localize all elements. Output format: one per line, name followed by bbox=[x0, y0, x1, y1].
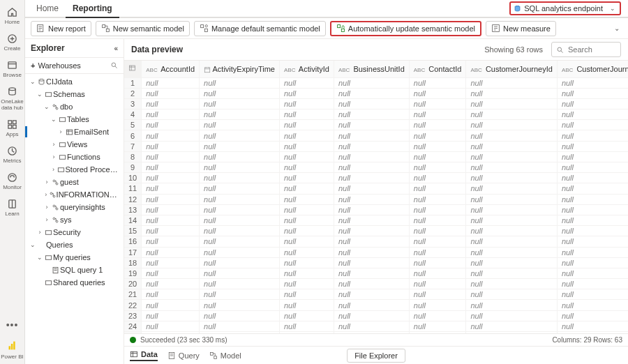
table-cell[interactable]: null bbox=[334, 162, 409, 173]
table-cell[interactable]: null bbox=[466, 257, 558, 268]
tree-tables[interactable]: ⌄Tables bbox=[25, 113, 124, 126]
table-cell[interactable]: null bbox=[279, 279, 334, 289]
table-cell[interactable]: null bbox=[409, 247, 466, 257]
data-grid[interactable]: ABC AccountId ActivityExpiryTimeABC Acti… bbox=[124, 60, 628, 333]
table-cell[interactable]: null bbox=[466, 77, 558, 88]
tree-my-queries[interactable]: ⌄My queries bbox=[25, 251, 124, 264]
tree-functions[interactable]: ›Functions bbox=[25, 151, 124, 163]
add-warehouse-button[interactable]: + bbox=[31, 61, 35, 70]
table-cell[interactable]: null bbox=[279, 300, 334, 310]
table-row[interactable]: 10nullnullnullnullnullnullnull bbox=[124, 173, 628, 183]
table-cell[interactable]: null bbox=[279, 310, 334, 321]
table-cell[interactable]: null bbox=[466, 183, 558, 194]
table-cell[interactable]: null bbox=[466, 321, 558, 331]
auto-update-semantic-model-button[interactable]: Automatically update semantic model bbox=[330, 21, 481, 36]
table-cell[interactable]: null bbox=[200, 279, 280, 289]
table-cell[interactable]: null bbox=[557, 77, 628, 88]
table-cell[interactable]: null bbox=[557, 98, 628, 109]
table-cell[interactable]: null bbox=[557, 289, 628, 300]
table-cell[interactable]: null bbox=[279, 109, 334, 120]
table-cell[interactable]: null bbox=[200, 321, 280, 331]
table-cell[interactable]: null bbox=[466, 151, 558, 162]
table-cell[interactable]: null bbox=[466, 204, 558, 215]
table-cell[interactable]: null bbox=[334, 226, 409, 236]
column-header[interactable]: ABC ContactId bbox=[409, 61, 466, 77]
table-cell[interactable]: null bbox=[409, 226, 466, 236]
table-cell[interactable]: null bbox=[557, 310, 628, 321]
tree-emailsent[interactable]: ›EmailSent bbox=[25, 126, 124, 138]
tab-home[interactable]: Home bbox=[29, 1, 66, 17]
table-cell[interactable]: null bbox=[557, 236, 628, 247]
table-cell[interactable]: null bbox=[200, 141, 280, 151]
rail-home[interactable]: Home bbox=[0, 3, 25, 29]
table-cell[interactable]: null bbox=[200, 310, 280, 321]
table-cell[interactable]: null bbox=[466, 88, 558, 98]
tree-sys[interactable]: ›sys bbox=[25, 213, 124, 226]
table-cell[interactable]: null bbox=[409, 151, 466, 162]
viewtab-query[interactable]: Query bbox=[167, 351, 200, 360]
table-cell[interactable]: null bbox=[409, 321, 466, 331]
rail-create[interactable]: Create bbox=[0, 29, 25, 56]
table-cell[interactable]: null bbox=[142, 268, 200, 278]
rail-learn[interactable]: Learn bbox=[0, 195, 25, 221]
table-cell[interactable]: null bbox=[334, 77, 409, 88]
tree-cijdata[interactable]: ⌄CIJdata bbox=[25, 75, 124, 88]
table-cell[interactable]: null bbox=[557, 300, 628, 310]
table-cell[interactable]: null bbox=[557, 162, 628, 173]
table-cell[interactable]: null bbox=[466, 279, 558, 289]
explorer-search-button[interactable] bbox=[110, 61, 118, 70]
table-cell[interactable]: null bbox=[557, 194, 628, 204]
tree-shared-queries[interactable]: ·Shared queries bbox=[25, 276, 124, 289]
collapse-explorer-button[interactable]: « bbox=[114, 45, 118, 52]
table-cell[interactable]: null bbox=[334, 300, 409, 310]
table-row[interactable]: 7nullnullnullnullnullnullnull bbox=[124, 141, 628, 151]
table-cell[interactable]: null bbox=[334, 109, 409, 120]
column-header[interactable]: ABC CustomerJourneyId bbox=[466, 61, 558, 77]
table-cell[interactable]: null bbox=[279, 173, 334, 183]
preview-search-input[interactable] bbox=[567, 45, 615, 54]
table-cell[interactable]: null bbox=[466, 141, 558, 151]
rail-more[interactable]: ••• bbox=[6, 314, 19, 336]
table-cell[interactable]: null bbox=[409, 300, 466, 310]
column-header[interactable]: ABC AccountId bbox=[142, 61, 200, 77]
table-row[interactable]: 15nullnullnullnullnullnullnull bbox=[124, 226, 628, 236]
table-cell[interactable]: null bbox=[334, 130, 409, 141]
table-row[interactable]: 5nullnullnullnullnullnullnull bbox=[124, 120, 628, 130]
table-cell[interactable]: null bbox=[142, 141, 200, 151]
table-cell[interactable]: null bbox=[279, 321, 334, 331]
column-header[interactable]: ABC CustomerJourney bbox=[557, 61, 628, 77]
table-cell[interactable]: null bbox=[142, 257, 200, 268]
rail-metrics[interactable]: Metrics bbox=[0, 142, 25, 168]
table-cell[interactable]: null bbox=[200, 194, 280, 204]
table-cell[interactable]: null bbox=[200, 109, 280, 120]
table-cell[interactable]: null bbox=[334, 120, 409, 130]
table-cell[interactable]: null bbox=[200, 226, 280, 236]
table-cell[interactable]: null bbox=[142, 130, 200, 141]
table-cell[interactable]: null bbox=[409, 141, 466, 151]
table-cell[interactable]: null bbox=[409, 215, 466, 225]
table-cell[interactable]: null bbox=[142, 247, 200, 257]
table-row[interactable]: 12nullnullnullnullnullnullnull bbox=[124, 194, 628, 204]
table-cell[interactable]: null bbox=[200, 98, 280, 109]
table-cell[interactable]: null bbox=[279, 204, 334, 215]
table-cell[interactable]: null bbox=[142, 236, 200, 247]
table-cell[interactable]: null bbox=[279, 77, 334, 88]
table-row[interactable]: 6nullnullnullnullnullnullnull bbox=[124, 130, 628, 141]
table-cell[interactable]: null bbox=[409, 98, 466, 109]
rail-powerbi[interactable]: Power BI bbox=[0, 336, 25, 364]
table-cell[interactable]: null bbox=[409, 183, 466, 194]
table-row[interactable]: 18nullnullnullnullnullnullnull bbox=[124, 257, 628, 268]
table-cell[interactable]: null bbox=[334, 257, 409, 268]
table-cell[interactable]: null bbox=[334, 173, 409, 183]
table-cell[interactable]: null bbox=[334, 204, 409, 215]
table-cell[interactable]: null bbox=[466, 120, 558, 130]
table-cell[interactable]: null bbox=[557, 109, 628, 120]
table-cell[interactable]: null bbox=[142, 98, 200, 109]
table-cell[interactable]: null bbox=[142, 173, 200, 183]
table-cell[interactable]: null bbox=[466, 109, 558, 120]
viewtab-model[interactable]: Model bbox=[209, 351, 241, 360]
table-cell[interactable]: null bbox=[279, 257, 334, 268]
table-cell[interactable]: null bbox=[334, 236, 409, 247]
table-cell[interactable]: null bbox=[557, 151, 628, 162]
table-cell[interactable]: null bbox=[466, 289, 558, 300]
